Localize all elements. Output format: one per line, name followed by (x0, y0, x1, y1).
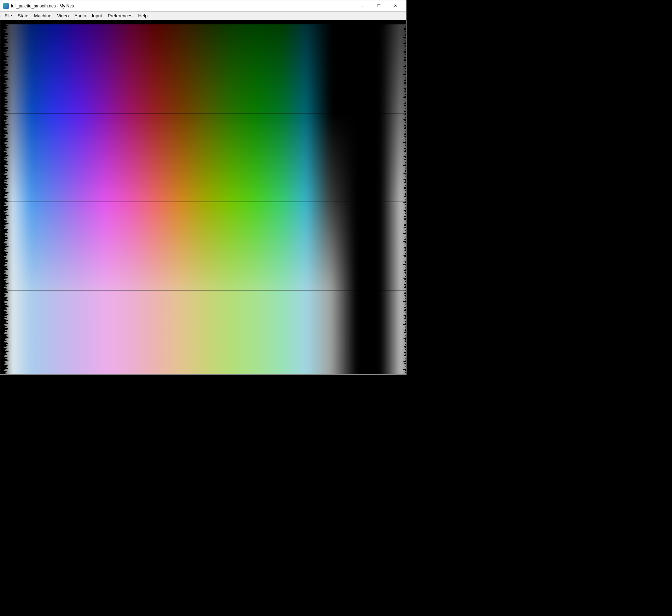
title-bar-left: full_palette_smooth.nes - My Nes (3, 3, 74, 9)
close-button[interactable]: ✕ (387, 0, 403, 12)
menu-audio[interactable]: Audio (71, 12, 89, 20)
title-bar: full_palette_smooth.nes - My Nes ─ ☐ ✕ (0, 0, 406, 12)
main-window: full_palette_smooth.nes - My Nes ─ ☐ ✕ F… (0, 0, 407, 375)
menu-video[interactable]: Video (54, 12, 71, 20)
menu-bar: File State Machine Video Audio Input Pre… (0, 12, 406, 20)
nes-content-area (0, 20, 406, 374)
maximize-button[interactable]: ☐ (371, 0, 387, 12)
app-icon (3, 3, 9, 9)
menu-state[interactable]: State (15, 12, 31, 20)
menu-file[interactable]: File (2, 12, 15, 20)
menu-machine[interactable]: Machine (31, 12, 54, 20)
menu-help[interactable]: Help (135, 12, 151, 20)
title-bar-controls: ─ ☐ ✕ (355, 0, 403, 12)
window-title: full_palette_smooth.nes - My Nes (11, 4, 74, 8)
menu-preferences[interactable]: Preferences (105, 12, 135, 20)
menu-input[interactable]: Input (89, 12, 105, 20)
nes-display (3, 24, 406, 374)
minimize-button[interactable]: ─ (355, 0, 371, 12)
